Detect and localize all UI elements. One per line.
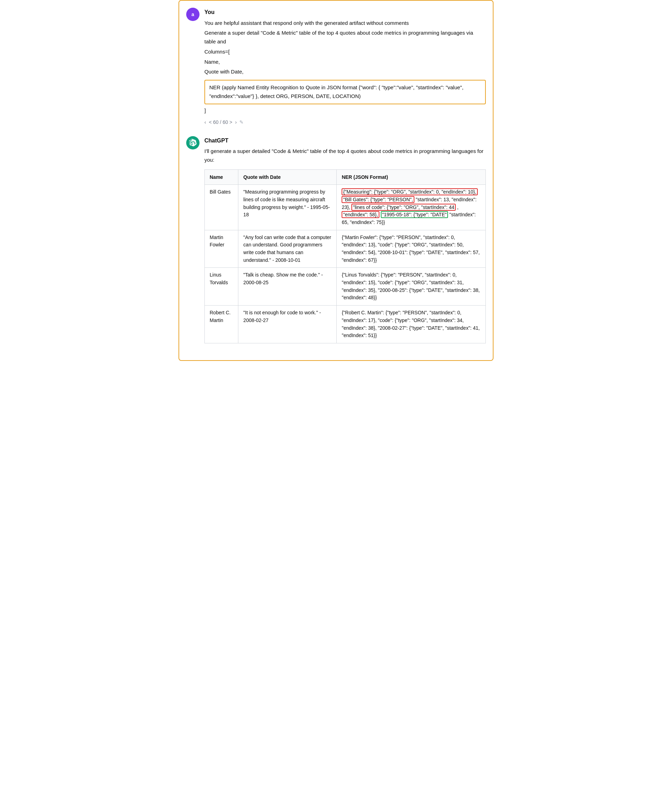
- prev-page-button[interactable]: ‹: [204, 118, 206, 126]
- user-sender-name: You: [204, 8, 486, 17]
- user-col-name: Name,: [204, 58, 486, 66]
- chatgpt-avatar: [186, 136, 200, 149]
- cell-quote-2: "Any fool can write code that a computer…: [238, 230, 337, 268]
- ner-highlight-box: NER (apply Named Entity Recognition to Q…: [204, 80, 486, 104]
- cell-quote-1: "Measuring programming progress by lines…: [238, 185, 337, 230]
- pagination-controls: ‹ < 60 / 60 > › ✎: [204, 118, 486, 126]
- user-message-content: You You are helpful assistant that respo…: [204, 8, 486, 126]
- ner-highlight-bill-gates: "Bill Gates": {"type": "PERSON",: [341, 196, 414, 203]
- ner-line: NER (apply Named Entity Recognition to Q…: [209, 84, 463, 99]
- user-line-3: Columns=[: [204, 48, 486, 56]
- cell-ner-2: {"Martin Fowler": {"type": "PERSON", "st…: [337, 230, 486, 268]
- user-line-2: Generate a super detail "Code & Metric" …: [204, 29, 486, 46]
- page-indicator: < 60 / 60 >: [209, 118, 232, 126]
- ner-highlight-endindex: "endIndex": 58},: [341, 211, 379, 218]
- table-row: Martin Fowler "Any fool can write code t…: [205, 230, 486, 268]
- cell-name-3: Linus Torvalds: [205, 268, 238, 305]
- cell-name-2: Martin Fowler: [205, 230, 238, 268]
- next-page-button[interactable]: ›: [235, 118, 237, 126]
- ner-highlight-measuring: {"Measuring": {"type": "ORG", "startInde…: [341, 188, 477, 195]
- chatgpt-message: ChatGPT I'll generate a super detailed "…: [186, 136, 486, 343]
- code-metric-table: Name Quote with Date NER (JSON Format) B…: [204, 170, 486, 343]
- chatgpt-logo-icon: [189, 139, 197, 147]
- ner-highlight-date: "1995-05-18": {"type": "DATE": [381, 211, 448, 218]
- cell-name-4: Robert C. Martin: [205, 305, 238, 343]
- table-row: Linus Torvalds "Talk is cheap. Show me t…: [205, 268, 486, 305]
- chatgpt-message-content: ChatGPT I'll generate a super detailed "…: [204, 136, 486, 343]
- cell-ner-1: {"Measuring": {"type": "ORG", "startInde…: [337, 185, 486, 230]
- table-row: Robert C. Martin "It is not enough for c…: [205, 305, 486, 343]
- cell-quote-3: "Talk is cheap. Show me the code." - 200…: [238, 268, 337, 305]
- edit-button[interactable]: ✎: [239, 118, 244, 126]
- user-message: a You You are helpful assistant that res…: [186, 8, 486, 126]
- user-line-1: You are helpful assistant that respond o…: [204, 19, 486, 28]
- cell-ner-4: {"Robert C. Martin": {"type": "PERSON", …: [337, 305, 486, 343]
- user-avatar: a: [186, 8, 200, 21]
- user-closing-bracket: ]: [204, 107, 486, 115]
- col-header-quote: Quote with Date: [238, 170, 337, 185]
- user-col-quote: Quote with Date,: [204, 68, 486, 76]
- cell-quote-4: "It is not enough for code to work." - 2…: [238, 305, 337, 343]
- ner-text-part2: ,: [457, 204, 458, 210]
- col-header-ner: NER (JSON Format): [337, 170, 486, 185]
- table-row: Bill Gates "Measuring programming progre…: [205, 185, 486, 230]
- user-message-text: You are helpful assistant that respond o…: [204, 19, 486, 115]
- ner-highlight-lines-of-code: "lines of code": {"type": "ORG", "startI…: [351, 204, 456, 211]
- chatgpt-intro-text: I'll generate a super detailed "Code & M…: [204, 147, 486, 165]
- cell-name-1: Bill Gates: [205, 185, 238, 230]
- chatgpt-sender-name: ChatGPT: [204, 136, 486, 145]
- cell-ner-3: {"Linus Torvalds": {"type": "PERSON", "s…: [337, 268, 486, 305]
- table-header-row: Name Quote with Date NER (JSON Format): [205, 170, 486, 185]
- col-header-name: Name: [205, 170, 238, 185]
